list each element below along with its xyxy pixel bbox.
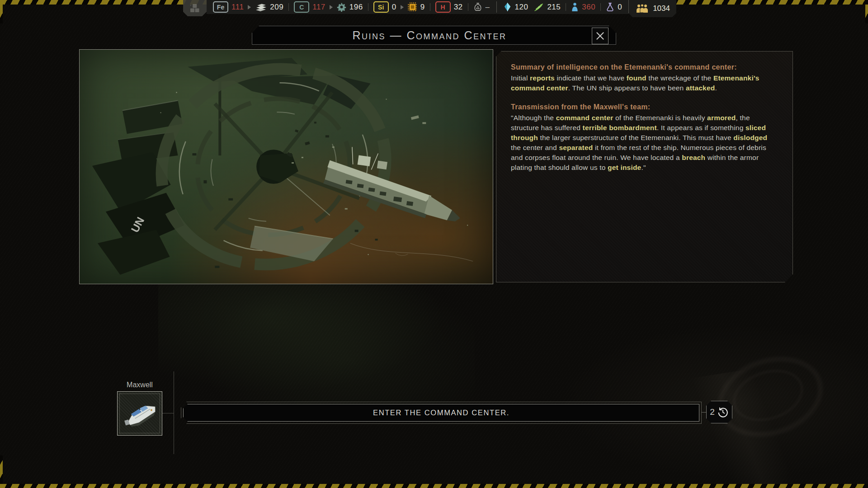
intel-panel: Summary of intelligence on the Etemenank… (496, 51, 793, 282)
close-button[interactable] (592, 28, 609, 44)
science-value: 0 (618, 3, 622, 12)
ship-name-label: Maxwell (106, 381, 174, 389)
divider (566, 3, 566, 11)
crates-icon (189, 3, 201, 14)
resource-alloys: 209 (255, 3, 283, 12)
wheat-icon (533, 3, 544, 12)
hydrogen-icon: H (435, 1, 451, 13)
waste-value: – (486, 3, 490, 12)
game-screen: Fe 111 209 C 117 (0, 0, 868, 488)
electronics-value: 9 (420, 3, 425, 12)
food-value: 215 (547, 3, 561, 12)
resource-hydrogen: H 32 (435, 1, 463, 13)
gear-icon (337, 2, 346, 12)
alloys-icon (255, 3, 267, 12)
resource-carbon: C 117 (294, 1, 326, 13)
silicon-icon: Si (373, 1, 389, 13)
intel-heading-transmission: Transmission from the Maxwell's team: (511, 103, 778, 111)
waste-bag-icon (473, 2, 482, 12)
alloys-value: 209 (270, 3, 283, 12)
divider (368, 3, 368, 11)
divider (288, 3, 289, 11)
resource-bar: Fe 111 209 C 117 (183, 0, 676, 17)
intel-paragraph-transmission: "Although the command center of the Etem… (511, 113, 778, 173)
action-button-label: ENTER THE COMMAND CENTER. (373, 408, 509, 417)
ship-thumbnail[interactable] (117, 391, 162, 436)
connector-line (702, 412, 706, 413)
intel-paragraph-summary: Initial reports indicate that we have fo… (511, 73, 778, 93)
population-icon (635, 4, 649, 14)
resource-science: 0 (606, 2, 622, 12)
workers-value: 360 (582, 3, 595, 12)
flask-icon (606, 2, 614, 12)
duration-badge: 2 (706, 401, 732, 423)
iron-value: 111 (231, 3, 244, 12)
hazard-stripe-border (0, 484, 868, 488)
divider (600, 3, 601, 11)
intel-heading-summary: Summary of intelligence on the Etemenank… (511, 63, 778, 71)
population-value: 1034 (653, 4, 670, 13)
chip-icon (408, 2, 417, 12)
resource-bar-main: Fe 111 209 C 117 (207, 0, 628, 14)
carbon-value: 117 (312, 3, 326, 12)
divider (496, 1, 497, 13)
conversion-arrow-icon (248, 5, 251, 9)
conversion-arrow-icon (330, 5, 333, 9)
hazard-stripe-border (865, 5, 868, 23)
resource-ice: 120 (503, 2, 528, 12)
action-button-frame: ENTER THE COMMAND CENTER. (181, 402, 702, 424)
duration-value: 2 (710, 407, 715, 417)
ice-crystal-icon (503, 2, 512, 12)
connector-line (174, 371, 174, 454)
hydrogen-value: 32 (454, 3, 463, 12)
enter-command-center-button[interactable]: ENTER THE COMMAND CENTER. (183, 404, 699, 422)
population-tab[interactable]: 1034 (628, 0, 676, 17)
resource-polymers: 196 (337, 2, 363, 12)
silicon-value: 0 (392, 3, 396, 12)
ship-thumbnail-frame (119, 394, 160, 433)
conversion-arrow-icon (401, 5, 404, 9)
ice-value: 120 (515, 3, 528, 12)
resource-workers: 360 (571, 2, 595, 12)
carbon-icon: C (294, 1, 309, 13)
divider (468, 3, 468, 11)
resource-waste: – (473, 2, 490, 12)
connector-line (162, 413, 174, 413)
storage-tab[interactable] (183, 0, 207, 16)
resource-silicon: Si 0 (373, 1, 396, 13)
close-icon (595, 31, 605, 41)
resource-electronics: 9 (408, 2, 425, 12)
resource-iron: Fe 111 (213, 1, 244, 13)
dialog-title: Ruins — Command Center (352, 29, 506, 42)
resource-food: 215 (533, 3, 561, 12)
history-clock-icon (717, 406, 729, 418)
wreck-scene: UN (80, 50, 493, 284)
event-artwork: UN (79, 49, 493, 284)
hazard-stripe-border (0, 5, 3, 23)
iron-icon: Fe (213, 1, 228, 13)
polymers-value: 196 (349, 3, 363, 12)
hazard-stripe-border (0, 455, 3, 484)
worker-icon (571, 2, 579, 12)
divider (430, 3, 430, 11)
dialog-titlebar: Ruins — Command Center (252, 26, 616, 45)
